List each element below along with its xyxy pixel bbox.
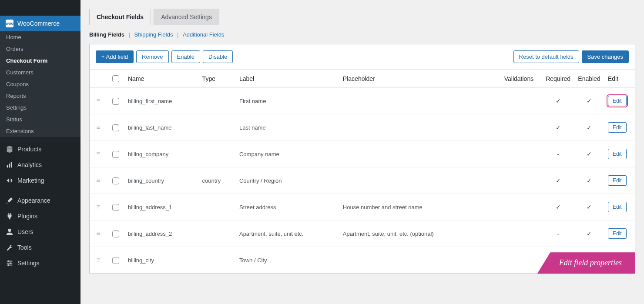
- subtab-additional-fields[interactable]: Additional Fields: [183, 31, 224, 38]
- edit-button[interactable]: Edit: [608, 122, 627, 133]
- disable-button[interactable]: Disable: [203, 50, 233, 63]
- col-edit: Edit: [604, 70, 635, 88]
- cell-name: billing_city: [124, 247, 199, 274]
- sidebar-woocommerce[interactable]: woo WooCommerce: [0, 16, 80, 31]
- cell-required: ✓: [542, 88, 574, 114]
- cell-placeholder: [339, 114, 482, 141]
- table-row: ≡billing_countrycountryCountry / Region✓…: [90, 167, 635, 194]
- cell-validations: [482, 88, 542, 114]
- cell-enabled: ✓: [574, 141, 604, 167]
- cell-type: [199, 141, 236, 167]
- cell-label: Street address: [236, 194, 339, 220]
- cell-placeholder: [339, 88, 482, 114]
- drag-handle-icon[interactable]: ≡: [96, 203, 100, 210]
- field-group-tabs: Billing Fields | Shipping Fields | Addit…: [89, 31, 635, 38]
- user-icon: [5, 227, 14, 236]
- row-checkbox[interactable]: [112, 204, 119, 211]
- woocommerce-icon: woo: [5, 19, 14, 28]
- edit-button[interactable]: Edit: [608, 228, 627, 239]
- megaphone-icon: [5, 176, 14, 185]
- reset-defaults-button[interactable]: Reset to default fields: [513, 50, 579, 63]
- save-changes-button[interactable]: Save changes: [582, 50, 629, 63]
- drag-handle-icon[interactable]: ≡: [96, 256, 100, 264]
- table-row: ≡billing_last_nameLast name✓✓Edit: [90, 114, 635, 141]
- add-field-button[interactable]: + Add field: [96, 50, 134, 63]
- drag-handle-icon[interactable]: ≡: [96, 230, 100, 237]
- sidebar-item-marketing[interactable]: Marketing: [0, 173, 80, 188]
- sidebar-item-analytics[interactable]: Analytics: [0, 157, 80, 173]
- edit-button[interactable]: Edit: [608, 175, 627, 186]
- cell-validations: [482, 220, 542, 247]
- table-row: ≡billing_address_1Street addressHouse nu…: [90, 194, 635, 220]
- edit-button[interactable]: Edit: [608, 202, 627, 212]
- callout-caption: Edit field properties: [537, 252, 635, 274]
- cell-enabled: ✓: [574, 88, 604, 114]
- row-checkbox[interactable]: [112, 98, 119, 105]
- drag-handle-icon[interactable]: ≡: [96, 124, 100, 131]
- svg-point-8: [10, 262, 12, 264]
- wrench-icon: [5, 243, 14, 252]
- cell-enabled: ✓: [574, 194, 604, 220]
- sidebar-sub-item[interactable]: Status: [0, 114, 80, 125]
- sidebar-label: WooCommerce: [17, 20, 60, 27]
- subtab-billing-fields[interactable]: Billing Fields: [89, 31, 124, 38]
- table-row: ≡billing_companyCompany name-✓Edit: [90, 141, 635, 167]
- sidebar-sub-item[interactable]: Settings: [0, 102, 80, 114]
- drag-handle-icon[interactable]: ≡: [96, 97, 100, 104]
- sidebar-item-plugins[interactable]: Plugins: [0, 208, 80, 224]
- cell-required: ✓: [542, 114, 574, 141]
- enable-button[interactable]: Enable: [171, 50, 200, 63]
- cell-name: billing_company: [124, 141, 199, 167]
- edit-button[interactable]: Edit: [608, 149, 627, 159]
- cell-label: First name: [236, 88, 339, 114]
- sidebar-sub-item[interactable]: Customers: [0, 67, 80, 78]
- sliders-icon: [5, 259, 14, 267]
- drag-handle-icon[interactable]: ≡: [96, 177, 100, 184]
- row-checkbox[interactable]: [112, 177, 119, 184]
- sidebar-sub-item[interactable]: Orders: [0, 43, 80, 55]
- cell-type: [199, 194, 236, 220]
- sidebar-sub-item[interactable]: Checkout Form: [0, 55, 80, 67]
- cell-placeholder: [339, 247, 482, 274]
- row-checkbox[interactable]: [112, 257, 119, 264]
- svg-rect-1: [9, 164, 10, 167]
- brush-icon: [5, 196, 14, 205]
- cell-placeholder: Apartment, suite, unit, etc. (optional): [339, 220, 482, 247]
- cell-required: -: [542, 220, 574, 247]
- svg-point-7: [8, 261, 10, 262]
- sidebar-sub-item[interactable]: Home: [0, 31, 80, 43]
- tab-advanced-settings[interactable]: Advanced Settings: [154, 9, 219, 25]
- cell-validations: [482, 247, 542, 274]
- cell-name: billing_first_name: [124, 88, 199, 114]
- remove-button[interactable]: Remove: [136, 50, 168, 63]
- col-label: Label: [236, 70, 339, 88]
- subtab-shipping-fields[interactable]: Shipping Fields: [134, 31, 173, 38]
- sidebar-item-appearance[interactable]: Appearance: [0, 193, 80, 208]
- toolbar: + Add field Remove Enable Disable Reset …: [90, 44, 635, 69]
- sidebar-sub-item[interactable]: Reports: [0, 90, 80, 102]
- select-all-checkbox[interactable]: [112, 75, 119, 82]
- sidebar-item-products[interactable]: Products: [0, 141, 80, 157]
- sidebar-item-users[interactable]: Users: [0, 224, 80, 240]
- edit-button[interactable]: Edit: [608, 96, 627, 106]
- row-checkbox[interactable]: [112, 231, 119, 237]
- cell-type: [199, 114, 236, 141]
- sidebar-item-tools[interactable]: Tools: [0, 240, 80, 255]
- cell-type: [199, 88, 236, 114]
- sidebar-sub-item[interactable]: Coupons: [0, 78, 80, 90]
- row-checkbox[interactable]: [112, 124, 119, 131]
- cell-name: billing_last_name: [124, 114, 199, 141]
- sidebar-item-settings[interactable]: Settings: [0, 255, 80, 271]
- cell-required: -: [542, 141, 574, 167]
- cell-enabled: ✓: [574, 220, 604, 247]
- sidebar-sub-item[interactable]: Extensions: [0, 125, 80, 137]
- cell-type: [199, 247, 236, 274]
- row-checkbox[interactable]: [112, 151, 119, 158]
- tab-checkout-fields[interactable]: Checkout Fields: [89, 9, 151, 25]
- cell-type: [199, 220, 236, 247]
- chart-icon: [5, 160, 14, 169]
- cell-label: Last name: [236, 114, 339, 141]
- drag-handle-icon[interactable]: ≡: [96, 150, 100, 157]
- col-validations: Validations: [482, 70, 542, 88]
- admin-sidebar: woo WooCommerce HomeOrdersCheckout FormC…: [0, 0, 80, 304]
